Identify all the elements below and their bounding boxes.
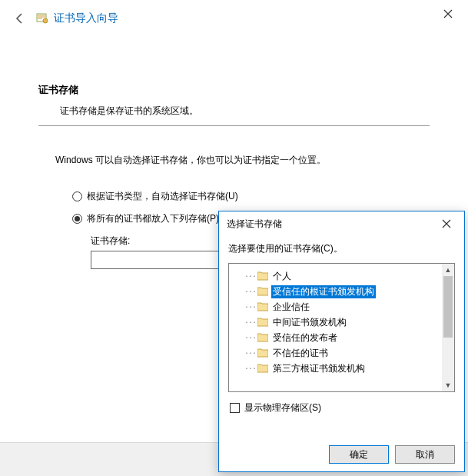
scroll-track[interactable] xyxy=(442,276,454,379)
show-physical-checkbox[interactable]: 显示物理存储区(S) xyxy=(230,401,455,414)
tree-item[interactable]: ···第三方根证书颁发机构 xyxy=(234,361,454,376)
tree-item-label: 受信任的发布者 xyxy=(271,331,339,345)
dialog-cancel-button[interactable]: 取消 xyxy=(395,445,455,464)
instruction-text: Windows 可以自动选择证书存储，你也可以为证书指定一个位置。 xyxy=(55,154,430,167)
folder-icon xyxy=(257,271,268,281)
svg-point-1 xyxy=(43,18,48,23)
tree-connector-icon: ··· xyxy=(244,288,256,296)
section-subtitle: 证书存储是保存证书的系统区域。 xyxy=(60,105,430,118)
checkbox-icon xyxy=(230,403,240,413)
tree-item[interactable]: ···企业信任 xyxy=(234,299,454,315)
select-store-dialog: 选择证书存储 选择要使用的证书存储(C)。 ···个人···受信任的根证书颁发机… xyxy=(218,211,465,472)
tree-connector-icon: ··· xyxy=(244,318,256,327)
folder-icon xyxy=(257,333,268,342)
wizard-close-button[interactable] xyxy=(436,5,460,23)
tree-connector-icon: ··· xyxy=(244,303,256,311)
dialog-title: 选择证书存储 xyxy=(219,211,464,236)
wizard-title: 证书导入向导 xyxy=(54,12,118,25)
back-arrow-icon[interactable] xyxy=(9,8,31,29)
store-tree[interactable]: ···个人···受信任的根证书颁发机构···企业信任···中间证书颁发机构···… xyxy=(228,263,455,392)
folder-icon xyxy=(257,348,268,358)
dialog-instruction: 选择要使用的证书存储(C)。 xyxy=(219,236,464,263)
store-field-input[interactable] xyxy=(91,251,229,269)
tree-item-label: 第三方根证书颁发机构 xyxy=(271,362,367,375)
tree-item[interactable]: ···个人 xyxy=(234,268,454,284)
folder-icon xyxy=(257,318,268,327)
tree-item[interactable]: ···受信任的发布者 xyxy=(234,330,454,345)
divider xyxy=(38,125,430,126)
scroll-up-icon[interactable]: ▲ xyxy=(442,264,454,276)
certificate-icon xyxy=(35,12,49,25)
tree-item[interactable]: ···不信任的证书 xyxy=(234,345,454,361)
scroll-down-icon[interactable]: ▼ xyxy=(442,379,454,391)
wizard-header: 证书导入向导 xyxy=(0,0,468,37)
folder-icon xyxy=(257,364,268,373)
tree-item-label: 个人 xyxy=(271,270,293,283)
section-title: 证书存储 xyxy=(38,83,430,97)
dialog-footer: 确定 取消 xyxy=(219,438,464,471)
radio-icon xyxy=(72,214,82,224)
tree-connector-icon: ··· xyxy=(244,272,256,281)
tree-item[interactable]: ···受信任的根证书颁发机构 xyxy=(234,284,454,299)
tree-item-label: 受信任的根证书颁发机构 xyxy=(271,285,376,298)
tree-item-label: 中间证书颁发机构 xyxy=(271,316,348,329)
tree-item-label: 不信任的证书 xyxy=(271,347,330,360)
folder-icon xyxy=(257,287,268,296)
radio-label: 将所有的证书都放入下列存储(P) xyxy=(87,212,219,225)
dialog-close-button[interactable] xyxy=(433,214,460,234)
tree-connector-icon: ··· xyxy=(244,349,256,358)
tree-item[interactable]: ···中间证书颁发机构 xyxy=(234,315,454,330)
radio-label: 根据证书类型，自动选择证书存储(U) xyxy=(87,190,238,203)
folder-icon xyxy=(257,302,268,311)
radio-auto-select[interactable]: 根据证书类型，自动选择证书存储(U) xyxy=(72,190,430,203)
tree-connector-icon: ··· xyxy=(244,364,256,373)
checkbox-label: 显示物理存储区(S) xyxy=(244,401,321,414)
scroll-thumb[interactable] xyxy=(443,276,453,338)
tree-item-label: 企业信任 xyxy=(271,301,311,314)
radio-icon xyxy=(72,191,82,201)
tree-connector-icon: ··· xyxy=(244,334,256,342)
ok-button[interactable]: 确定 xyxy=(329,445,389,464)
scrollbar[interactable]: ▲ ▼ xyxy=(442,264,454,391)
